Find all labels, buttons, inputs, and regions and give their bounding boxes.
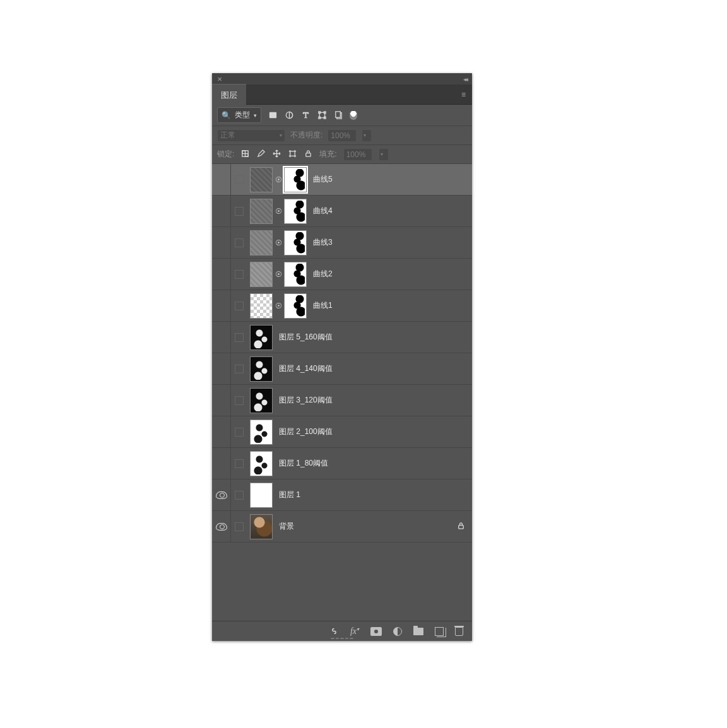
layer-row[interactable]: ⦿曲线5 [212, 164, 472, 196]
visibility-toggle[interactable] [212, 416, 231, 447]
visibility-toggle[interactable] [212, 479, 231, 510]
layer-row[interactable]: 图层 5_160阈值 [212, 322, 472, 353]
thumb-group: ⦿ [250, 167, 307, 192]
layer-style-icon[interactable]: fx▾ [350, 626, 359, 637]
add-mask-icon[interactable] [370, 627, 382, 636]
layer-row[interactable]: ⦿曲线4 [212, 196, 472, 227]
layer-row[interactable]: ⦿曲线3 [212, 227, 472, 259]
layer-thumbnail[interactable] [250, 325, 273, 350]
layer-mask-thumbnail[interactable] [284, 167, 307, 192]
svg-point-1 [271, 114, 272, 115]
link-layers-icon[interactable] [329, 626, 339, 636]
layer-thumbnail[interactable] [250, 230, 273, 255]
layer-thumbnail[interactable] [250, 262, 273, 287]
close-icon[interactable]: ✕ [217, 76, 222, 83]
lock-artboard-icon[interactable] [288, 149, 297, 160]
expand-placeholder [235, 175, 244, 184]
lock-pixels-icon[interactable] [256, 149, 266, 160]
lock-position-icon[interactable] [272, 149, 281, 160]
thumb-group [250, 451, 273, 476]
filter-adjustment-icon[interactable] [284, 110, 294, 120]
visibility-toggle[interactable] [212, 385, 231, 416]
visibility-toggle[interactable] [212, 322, 231, 353]
layer-row[interactable]: 背景 [212, 511, 472, 543]
layer-row[interactable]: 图层 4_140阈值 [212, 353, 472, 385]
layer-thumbnail[interactable] [250, 451, 273, 476]
delete-layer-icon[interactable] [455, 627, 463, 636]
layer-thumbnail[interactable] [250, 420, 273, 445]
layer-mask-thumbnail[interactable] [284, 262, 307, 287]
filter-type-select[interactable]: 🔍 类型 ▾ [217, 107, 261, 123]
visibility-toggle[interactable] [212, 227, 231, 258]
visibility-toggle[interactable] [212, 259, 231, 290]
link-icon[interactable]: ⦿ [275, 302, 281, 310]
layer-row[interactable]: 图层 3_120阈值 [212, 385, 472, 416]
layer-name[interactable]: 曲线3 [313, 237, 468, 248]
layer-row[interactable]: 图层 2_100阈值 [212, 416, 472, 448]
svg-rect-0 [269, 112, 276, 118]
visibility-toggle[interactable] [212, 511, 231, 542]
new-layer-icon[interactable] [435, 627, 444, 636]
layer-thumbnail[interactable] [250, 167, 273, 192]
link-icon[interactable]: ⦿ [275, 238, 281, 247]
opacity-input[interactable]: 100% [328, 129, 357, 142]
lock-transparency-icon[interactable] [240, 149, 250, 160]
new-adjustment-icon[interactable] [393, 627, 402, 636]
layer-row[interactable]: 图层 1_80阈值 [212, 448, 472, 479]
expand-placeholder [235, 270, 244, 279]
layer-name[interactable]: 图层 1 [279, 490, 468, 500]
collapse-icon[interactable]: ◂◂ [463, 76, 467, 83]
lock-icon[interactable] [456, 521, 466, 532]
layers-panel: ✕ ◂◂ 图层 ≡ 🔍 类型 ▾ 正常 ▾ [212, 73, 472, 641]
visibility-toggle[interactable] [212, 353, 231, 384]
layer-thumbnail[interactable] [250, 514, 273, 539]
visibility-toggle[interactable] [212, 448, 231, 479]
visibility-toggle[interactable] [212, 196, 231, 226]
thumb-group [250, 420, 273, 445]
layer-thumbnail[interactable] [250, 293, 273, 319]
layer-thumbnail[interactable] [250, 483, 273, 508]
link-icon[interactable]: ⦿ [275, 175, 281, 184]
layer-thumbnail[interactable] [250, 388, 273, 413]
thumb-group [250, 388, 273, 413]
layer-name[interactable]: 背景 [279, 521, 456, 532]
filter-type-icon[interactable] [300, 110, 310, 120]
layer-filter-row: 🔍 类型 ▾ [212, 105, 472, 126]
visibility-toggle[interactable] [212, 164, 231, 195]
layer-name[interactable]: 曲线5 [313, 174, 468, 185]
filter-smart-icon[interactable] [333, 110, 343, 120]
layer-thumbnail[interactable] [250, 356, 273, 382]
layer-name[interactable]: 图层 5_160阈值 [279, 332, 468, 343]
visibility-toggle[interactable] [212, 290, 231, 321]
layer-mask-thumbnail[interactable] [284, 293, 307, 319]
fill-input[interactable]: 100% [343, 148, 372, 161]
link-icon[interactable]: ⦿ [275, 207, 281, 216]
layer-row[interactable]: ⦿曲线2 [212, 259, 472, 290]
lock-all-icon[interactable] [304, 149, 313, 160]
layer-mask-thumbnail[interactable] [284, 230, 307, 255]
opacity-slider-toggle[interactable]: ▾ [362, 129, 372, 142]
tab-layers[interactable]: 图层 [212, 84, 246, 105]
layer-name[interactable]: 曲线1 [313, 300, 468, 311]
blend-mode-select[interactable]: 正常 ▾ [217, 129, 285, 142]
panel-menu-icon[interactable]: ≡ [461, 90, 472, 99]
layer-thumbnail[interactable] [250, 199, 273, 224]
filter-shape-icon[interactable] [317, 110, 327, 120]
layer-name[interactable]: 图层 1_80阈值 [279, 458, 468, 469]
layer-mask-thumbnail[interactable] [284, 199, 307, 224]
layer-name[interactable]: 图层 3_120阈值 [279, 395, 468, 406]
fill-slider-toggle[interactable]: ▾ [379, 148, 389, 161]
layer-row[interactable]: 图层 1 [212, 479, 472, 511]
filter-toggle-switch[interactable] [350, 111, 357, 120]
layer-name[interactable]: 曲线2 [313, 269, 468, 279]
new-group-icon[interactable] [413, 628, 423, 635]
filter-pixel-icon[interactable] [268, 110, 278, 120]
link-icon[interactable]: ⦿ [275, 270, 281, 279]
layer-name[interactable]: 图层 4_140阈值 [279, 363, 468, 374]
layer-row[interactable]: ⦿曲线1 [212, 290, 472, 322]
resize-grip[interactable] [331, 638, 353, 640]
chevron-down-icon: ▾ [280, 132, 282, 138]
layer-name[interactable]: 曲线4 [313, 206, 468, 216]
layer-name[interactable]: 图层 2_100阈值 [279, 426, 468, 437]
svg-rect-10 [242, 150, 245, 153]
